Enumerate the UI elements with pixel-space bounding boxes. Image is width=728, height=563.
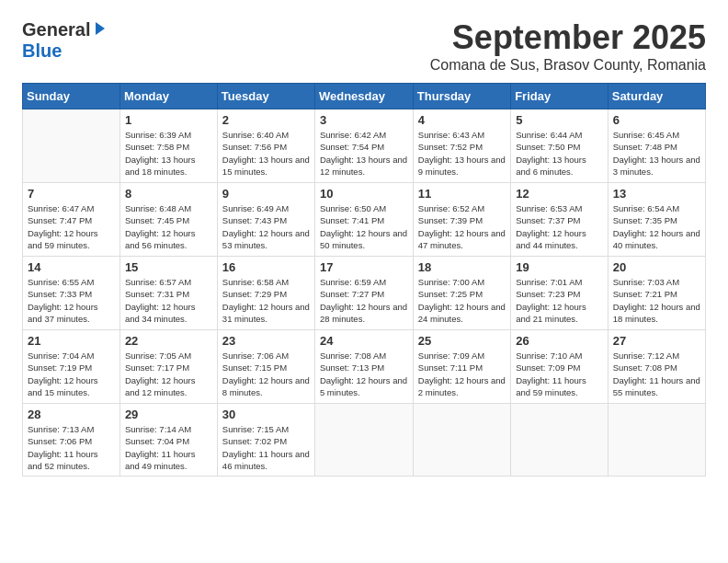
day-number: 3 — [320, 113, 408, 127]
day-number: 21 — [28, 334, 115, 348]
day-info: Sunrise: 7:03 AM Sunset: 7:21 PM Dayligh… — [613, 276, 700, 325]
calendar-cell: 15Sunrise: 6:57 AM Sunset: 7:31 PM Dayli… — [119, 257, 217, 330]
day-info: Sunrise: 7:06 AM Sunset: 7:15 PM Dayligh… — [222, 350, 310, 398]
day-number: 5 — [516, 113, 603, 127]
day-info: Sunrise: 6:55 AM Sunset: 7:33 PM Dayligh… — [28, 276, 115, 325]
day-info: Sunrise: 6:49 AM Sunset: 7:43 PM Dayligh… — [222, 202, 310, 251]
day-number: 28 — [28, 408, 115, 421]
calendar-cell — [23, 109, 120, 183]
calendar-cell — [413, 404, 510, 477]
calendar-header-monday: Monday — [119, 84, 217, 109]
day-info: Sunrise: 6:52 AM Sunset: 7:39 PM Dayligh… — [418, 202, 506, 251]
day-number: 29 — [125, 408, 212, 421]
calendar-header-row: SundayMondayTuesdayWednesdayThursdayFrid… — [23, 84, 706, 109]
calendar-cell: 25Sunrise: 7:09 AM Sunset: 7:11 PM Dayli… — [413, 330, 510, 404]
day-info: Sunrise: 6:57 AM Sunset: 7:31 PM Dayligh… — [125, 276, 212, 325]
calendar-cell: 30Sunrise: 7:15 AM Sunset: 7:02 PM Dayli… — [217, 404, 314, 477]
day-info: Sunrise: 7:10 AM Sunset: 7:09 PM Dayligh… — [516, 350, 603, 398]
day-number: 20 — [613, 260, 700, 274]
calendar-header-friday: Friday — [511, 84, 609, 109]
day-info: Sunrise: 6:58 AM Sunset: 7:29 PM Dayligh… — [222, 276, 310, 325]
calendar-cell: 19Sunrise: 7:01 AM Sunset: 7:23 PM Dayli… — [511, 257, 609, 330]
day-number: 10 — [320, 187, 408, 201]
day-number: 24 — [320, 334, 408, 348]
svg-marker-0 — [96, 22, 105, 35]
page-header: General Blue September 2025 Comana de Su… — [22, 18, 706, 74]
day-info: Sunrise: 7:14 AM Sunset: 7:04 PM Dayligh… — [125, 423, 212, 472]
calendar-cell: 6Sunrise: 6:45 AM Sunset: 7:48 PM Daylig… — [608, 109, 705, 183]
day-number: 30 — [222, 408, 310, 421]
calendar-cell: 10Sunrise: 6:50 AM Sunset: 7:41 PM Dayli… — [314, 183, 413, 257]
calendar-cell: 14Sunrise: 6:55 AM Sunset: 7:33 PM Dayli… — [23, 257, 120, 330]
location-subtitle: Comana de Sus, Brasov County, Romania — [430, 57, 706, 74]
day-number: 22 — [125, 334, 212, 348]
day-number: 6 — [613, 113, 700, 127]
title-section: September 2025 Comana de Sus, Brasov Cou… — [430, 18, 706, 74]
day-info: Sunrise: 7:15 AM Sunset: 7:02 PM Dayligh… — [222, 423, 310, 472]
day-number: 14 — [28, 260, 115, 274]
day-number: 16 — [222, 260, 310, 274]
calendar-cell: 22Sunrise: 7:05 AM Sunset: 7:17 PM Dayli… — [119, 330, 217, 404]
logo-blue-text: Blue — [22, 40, 62, 61]
day-number: 1 — [125, 113, 212, 127]
day-number: 9 — [222, 187, 310, 201]
calendar-cell: 28Sunrise: 7:13 AM Sunset: 7:06 PM Dayli… — [23, 404, 120, 477]
day-info: Sunrise: 6:44 AM Sunset: 7:50 PM Dayligh… — [516, 129, 603, 178]
day-info: Sunrise: 6:39 AM Sunset: 7:58 PM Dayligh… — [125, 129, 212, 178]
calendar-cell: 21Sunrise: 7:04 AM Sunset: 7:19 PM Dayli… — [23, 330, 120, 404]
month-title: September 2025 — [430, 18, 706, 57]
day-number: 17 — [320, 260, 408, 274]
calendar-week-row: 14Sunrise: 6:55 AM Sunset: 7:33 PM Dayli… — [23, 257, 706, 330]
day-number: 12 — [516, 187, 603, 201]
calendar-cell: 1Sunrise: 6:39 AM Sunset: 7:58 PM Daylig… — [119, 109, 217, 183]
calendar-cell: 11Sunrise: 6:52 AM Sunset: 7:39 PM Dayli… — [413, 183, 510, 257]
day-number: 23 — [222, 334, 310, 348]
day-info: Sunrise: 6:45 AM Sunset: 7:48 PM Dayligh… — [613, 129, 700, 178]
calendar-week-row: 7Sunrise: 6:47 AM Sunset: 7:47 PM Daylig… — [23, 183, 706, 257]
day-number: 27 — [613, 334, 700, 348]
day-info: Sunrise: 6:59 AM Sunset: 7:27 PM Dayligh… — [320, 276, 408, 325]
calendar-header-saturday: Saturday — [608, 84, 705, 109]
calendar-cell: 18Sunrise: 7:00 AM Sunset: 7:25 PM Dayli… — [413, 257, 510, 330]
calendar-header-sunday: Sunday — [23, 84, 120, 109]
calendar-week-row: 21Sunrise: 7:04 AM Sunset: 7:19 PM Dayli… — [23, 330, 706, 404]
calendar-header-tuesday: Tuesday — [217, 84, 314, 109]
calendar-cell: 27Sunrise: 7:12 AM Sunset: 7:08 PM Dayli… — [608, 330, 705, 404]
calendar-cell: 7Sunrise: 6:47 AM Sunset: 7:47 PM Daylig… — [23, 183, 120, 257]
day-number: 26 — [516, 334, 603, 348]
day-info: Sunrise: 6:48 AM Sunset: 7:45 PM Dayligh… — [125, 202, 212, 251]
day-info: Sunrise: 6:40 AM Sunset: 7:56 PM Dayligh… — [222, 129, 310, 178]
calendar-cell: 9Sunrise: 6:49 AM Sunset: 7:43 PM Daylig… — [217, 183, 314, 257]
day-number: 7 — [28, 187, 115, 201]
day-number: 25 — [418, 334, 506, 348]
calendar-cell: 8Sunrise: 6:48 AM Sunset: 7:45 PM Daylig… — [119, 183, 217, 257]
calendar-cell: 26Sunrise: 7:10 AM Sunset: 7:09 PM Dayli… — [511, 330, 609, 404]
day-number: 4 — [418, 113, 506, 127]
day-info: Sunrise: 6:42 AM Sunset: 7:54 PM Dayligh… — [320, 129, 408, 178]
calendar-cell: 4Sunrise: 6:43 AM Sunset: 7:52 PM Daylig… — [413, 109, 510, 183]
calendar-cell: 13Sunrise: 6:54 AM Sunset: 7:35 PM Dayli… — [608, 183, 705, 257]
calendar-cell: 2Sunrise: 6:40 AM Sunset: 7:56 PM Daylig… — [217, 109, 314, 183]
day-info: Sunrise: 7:13 AM Sunset: 7:06 PM Dayligh… — [28, 423, 115, 472]
calendar-cell: 12Sunrise: 6:53 AM Sunset: 7:37 PM Dayli… — [511, 183, 609, 257]
calendar-cell — [608, 404, 705, 477]
day-info: Sunrise: 6:50 AM Sunset: 7:41 PM Dayligh… — [320, 202, 408, 251]
calendar-cell — [314, 404, 413, 477]
day-info: Sunrise: 7:00 AM Sunset: 7:25 PM Dayligh… — [418, 276, 506, 325]
day-info: Sunrise: 6:47 AM Sunset: 7:47 PM Dayligh… — [28, 202, 115, 251]
calendar-cell: 20Sunrise: 7:03 AM Sunset: 7:21 PM Dayli… — [608, 257, 705, 330]
day-info: Sunrise: 7:05 AM Sunset: 7:17 PM Dayligh… — [125, 350, 212, 398]
calendar-week-row: 1Sunrise: 6:39 AM Sunset: 7:58 PM Daylig… — [23, 109, 706, 183]
calendar-cell: 29Sunrise: 7:14 AM Sunset: 7:04 PM Dayli… — [119, 404, 217, 477]
calendar-cell — [511, 404, 609, 477]
calendar-header-wednesday: Wednesday — [314, 84, 413, 109]
calendar-cell: 24Sunrise: 7:08 AM Sunset: 7:13 PM Dayli… — [314, 330, 413, 404]
calendar-table: SundayMondayTuesdayWednesdayThursdayFrid… — [22, 83, 706, 477]
day-info: Sunrise: 7:01 AM Sunset: 7:23 PM Dayligh… — [516, 276, 603, 325]
day-info: Sunrise: 7:08 AM Sunset: 7:13 PM Dayligh… — [320, 350, 408, 398]
day-info: Sunrise: 7:04 AM Sunset: 7:19 PM Dayligh… — [28, 350, 115, 398]
logo-arrow-icon — [92, 20, 108, 40]
day-number: 19 — [516, 260, 603, 274]
day-number: 13 — [613, 187, 700, 201]
logo: General Blue — [22, 18, 108, 62]
